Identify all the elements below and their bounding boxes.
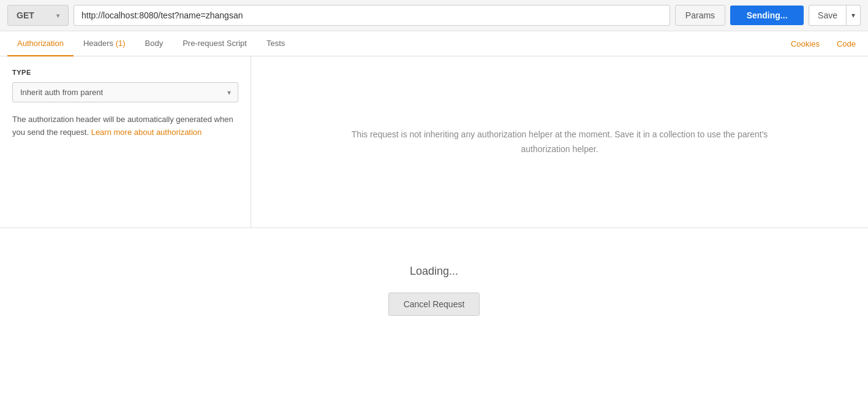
tab-link-cookies[interactable]: Cookies: [786, 32, 825, 56]
loading-section: Loading... Cancel Request: [0, 228, 868, 353]
method-label: GET: [17, 10, 34, 20]
top-bar: GET ▾ Params Sending... Save ▾: [0, 0, 868, 31]
method-button[interactable]: GET ▾: [7, 5, 69, 26]
type-label: TYPE: [12, 69, 238, 76]
tab-tests[interactable]: Tests: [257, 31, 295, 56]
loading-text: Loading...: [410, 265, 458, 278]
save-dropdown-button[interactable]: ▾: [847, 5, 861, 26]
save-button[interactable]: Save: [809, 5, 847, 26]
cancel-request-button[interactable]: Cancel Request: [388, 293, 480, 316]
save-group: Save ▾: [809, 5, 861, 26]
headers-badge: (1): [116, 39, 126, 48]
tab-body[interactable]: Body: [135, 31, 173, 56]
send-button[interactable]: Sending...: [730, 6, 804, 25]
tab-link-code[interactable]: Code: [832, 32, 861, 56]
tabs-bar: Authorization Headers (1) Body Pre-reque…: [0, 31, 868, 56]
tab-pre-request-script[interactable]: Pre-request Script: [173, 31, 257, 56]
type-select-wrapper: Inherit auth from parent ▾: [12, 82, 238, 102]
right-panel: This request is not inheriting any autho…: [251, 56, 868, 228]
tabs-right: Cookies Code: [786, 32, 861, 56]
url-input[interactable]: [74, 5, 670, 26]
auth-helper-message: This request is not inheriting any autho…: [345, 128, 774, 157]
left-panel: TYPE Inherit auth from parent ▾ The auth…: [0, 56, 251, 228]
method-chevron-icon: ▾: [56, 12, 59, 19]
learn-more-link[interactable]: Learn more about authorization: [91, 128, 202, 137]
type-select[interactable]: Inherit auth from parent: [12, 82, 238, 102]
tab-authorization[interactable]: Authorization: [7, 31, 74, 56]
params-button[interactable]: Params: [675, 5, 725, 26]
tab-headers[interactable]: Headers (1): [74, 31, 135, 56]
content-area: TYPE Inherit auth from parent ▾ The auth…: [0, 56, 868, 228]
auth-description: The authorization header will be automat…: [12, 113, 238, 139]
save-chevron-icon: ▾: [851, 11, 855, 20]
